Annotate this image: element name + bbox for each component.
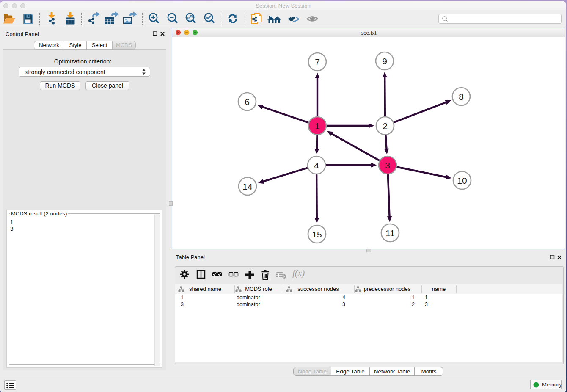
svg-text:15: 15 [312,229,322,239]
svg-text:11: 11 [385,228,395,238]
svg-text:3: 3 [385,160,390,170]
svg-text:14: 14 [242,182,253,191]
svg-text:9: 9 [382,56,387,66]
svg-text:8: 8 [459,92,464,102]
svg-text:2: 2 [383,121,388,131]
svg-text:1: 1 [315,121,320,131]
svg-text:6: 6 [245,97,250,107]
svg-text:7: 7 [315,57,320,67]
svg-text:10: 10 [457,176,467,185]
svg-text:4: 4 [314,160,319,170]
